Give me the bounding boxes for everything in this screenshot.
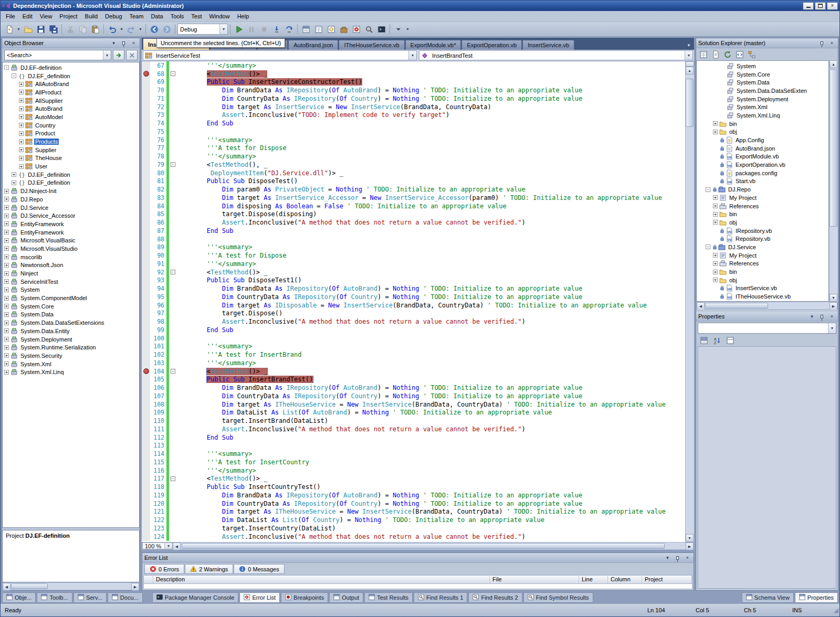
expand-icon[interactable]: +: [4, 328, 9, 333]
code-line[interactable]: 116 '''</summary>: [142, 466, 685, 475]
breakpoint-margin[interactable]: [142, 392, 150, 400]
breakpoint-margin[interactable]: [142, 61, 150, 70]
tree-item[interactable]: System.Xml: [697, 103, 828, 111]
code-area[interactable]: 67 '''</summary>68- <TestMethod()> _69 P…: [142, 61, 685, 542]
tree-item[interactable]: VBStart.vb: [697, 177, 828, 186]
members-dropdown[interactable]: InsertBrandTest ▼: [419, 50, 693, 60]
tab-test-results[interactable]: Test Results: [364, 592, 413, 603]
copy-button[interactable]: [77, 23, 89, 35]
code-line[interactable]: 104- <TestMethod()> _: [142, 367, 685, 376]
breakpoint-margin[interactable]: [142, 169, 150, 177]
code-line[interactable]: 91 '''</summary>: [142, 260, 685, 268]
code-line[interactable]: 105 Public Sub InsertBrandTest(): [142, 376, 685, 384]
code-line[interactable]: 86 Assert.Inconclusive("A method that do…: [142, 218, 685, 227]
error-list-body[interactable]: [143, 584, 692, 589]
tree-item[interactable]: +Microsoft.VisualBasic: [3, 236, 139, 244]
breakpoint-margin[interactable]: [142, 516, 150, 524]
zoom-selector[interactable]: 100 % ▼: [142, 542, 173, 549]
object-browser-button[interactable]: [325, 23, 337, 35]
tree-item[interactable]: +References: [697, 260, 828, 268]
collapse-icon[interactable]: -: [4, 65, 9, 70]
breakpoint-margin[interactable]: [142, 458, 150, 466]
tab-schema-view[interactable]: Schema View: [742, 592, 794, 603]
expand-icon[interactable]: +: [4, 304, 9, 309]
breakpoint-icon[interactable]: [143, 368, 149, 374]
breakpoint-margin[interactable]: [142, 127, 150, 136]
expand-icon[interactable]: +: [19, 140, 24, 144]
expand-icon[interactable]: +: [19, 82, 24, 87]
breakpoint-margin[interactable]: [142, 343, 150, 351]
breakpoint-margin[interactable]: [142, 276, 150, 285]
breakpoint-margin[interactable]: [142, 194, 150, 202]
errors-filter-button[interactable]: 0 Errors: [144, 564, 184, 574]
tree-item[interactable]: +Country: [3, 121, 139, 130]
tree-item[interactable]: +bin: [697, 210, 828, 218]
editor-vscrollbar[interactable]: ▲ ▼: [685, 61, 694, 542]
breakpoint-margin[interactable]: [142, 235, 150, 243]
code-line[interactable]: 80 DeploymentItem("DJ.Service.dll")> _: [142, 169, 685, 177]
expand-icon[interactable]: +: [4, 321, 9, 325]
scroll-left-icon[interactable]: ◀: [697, 302, 705, 310]
breakpoint-margin[interactable]: [142, 185, 150, 194]
code-line[interactable]: 107 Dim CountryData As IRepository(Of Co…: [142, 392, 685, 400]
auto-hide-button[interactable]: [674, 554, 681, 561]
menu-project[interactable]: Project: [56, 12, 81, 21]
breakpoint-margin[interactable]: [142, 111, 150, 120]
tree-item[interactable]: VBIRepository.vb: [697, 227, 828, 235]
expand-icon[interactable]: +: [19, 90, 24, 94]
maximize-button[interactable]: [815, 2, 826, 10]
menu-tools[interactable]: Tools: [167, 12, 188, 21]
tree-item[interactable]: VBExportModule.vb: [697, 153, 828, 161]
code-line[interactable]: 95 Dim CountryData As IRepository(Of Cou…: [142, 293, 685, 301]
breakpoint-margin[interactable]: [142, 425, 150, 433]
tree-item[interactable]: +User: [3, 162, 139, 171]
expand-icon[interactable]: +: [4, 214, 9, 218]
breakpoint-margin[interactable]: [142, 144, 150, 153]
tree-item[interactable]: +System.Xml.Linq: [3, 368, 139, 376]
tree-item[interactable]: +System: [3, 286, 139, 294]
code-line[interactable]: 97 target.Dispose(): [142, 310, 685, 318]
code-line[interactable]: 110 target.InsertBrand(DataList): [142, 417, 685, 425]
debug-configuration-dropdown[interactable]: Debug▼: [177, 24, 228, 35]
code-line[interactable]: 112 End Sub: [142, 433, 685, 442]
close-panel-button[interactable]: ×: [684, 554, 691, 561]
breakpoint-margin[interactable]: [142, 243, 150, 252]
code-line[interactable]: 83 Dim target As InsertService_Accessor …: [142, 194, 685, 202]
breakpoint-margin[interactable]: [142, 384, 150, 392]
tree-item[interactable]: +System.Data.Entity: [3, 327, 139, 335]
tree-item[interactable]: +DJ.Service_Accessor: [3, 211, 139, 220]
expand-icon[interactable]: +: [19, 107, 24, 111]
collapse-icon[interactable]: -: [12, 73, 16, 78]
menu-team[interactable]: Team: [126, 12, 148, 21]
scroll-down-icon[interactable]: ▼: [686, 534, 694, 542]
breakpoint-margin[interactable]: [142, 508, 150, 516]
show-all-files-button[interactable]: [710, 49, 721, 60]
tab-find-symbol-results[interactable]: Find Symbol Results: [523, 592, 593, 603]
menu-debug[interactable]: Debug: [101, 12, 125, 21]
scroll-up-icon[interactable]: ▲: [830, 60, 837, 68]
breakpoint-margin[interactable]: [142, 227, 150, 235]
expand-icon[interactable]: +: [713, 204, 718, 208]
start-debugging-button[interactable]: [233, 23, 245, 35]
tree-item[interactable]: System.Deployment: [697, 95, 828, 103]
chevron-down-icon[interactable]: ▼: [164, 543, 172, 549]
tab-package-manager-console[interactable]: Package Manager Console: [152, 592, 239, 603]
tab-object-browser[interactable]: Obje...: [2, 592, 36, 603]
code-line[interactable]: 77 '''A test for Dispose: [142, 144, 685, 153]
breakpoint-margin[interactable]: [142, 466, 150, 475]
scroll-thumb[interactable]: [182, 543, 665, 549]
menu-file[interactable]: File: [2, 12, 19, 21]
tree-item[interactable]: +System.Security: [3, 352, 139, 360]
minimize-button[interactable]: [803, 2, 814, 10]
tree-item[interactable]: +bin: [697, 120, 828, 128]
search-input[interactable]: <Search> ▼: [4, 50, 111, 60]
tree-item[interactable]: +DJ.Repo: [3, 195, 139, 204]
tab-find-results-2[interactable]: Find Results 2: [468, 592, 522, 603]
menu-view[interactable]: View: [36, 12, 56, 21]
tree-item[interactable]: -DJ.EF-definition: [3, 63, 139, 72]
show-properties-button[interactable]: [698, 49, 709, 60]
split-window-handle[interactable]: [686, 61, 694, 67]
code-line[interactable]: 96 Dim target As IDisposable = New Inser…: [142, 301, 685, 310]
column-header-column[interactable]: Column: [608, 576, 642, 583]
close-panel-button[interactable]: ×: [828, 39, 836, 47]
